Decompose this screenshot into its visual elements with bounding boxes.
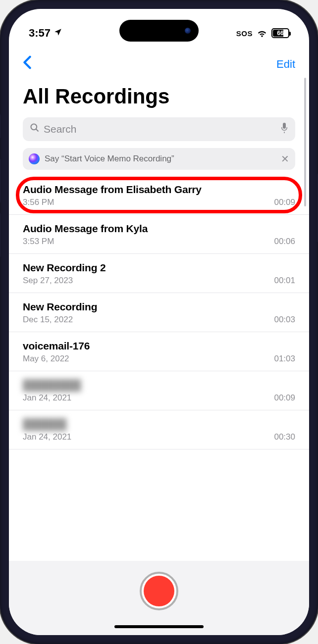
toolbar: [9, 561, 309, 635]
siri-suggestion[interactable]: Say “Start Voice Memo Recording” ✕: [23, 148, 295, 170]
recording-duration: 00:09: [274, 393, 295, 403]
search-icon: [30, 123, 40, 136]
recording-row[interactable]: New RecordingDec 15, 202200:03: [9, 293, 309, 332]
recordings-list: Audio Message from Elisabeth Garry3:56 P…: [9, 176, 309, 561]
recording-duration: 00:06: [274, 237, 295, 247]
screen: 3:57 SOS 66 Edit: [9, 9, 309, 635]
recording-row[interactable]: Audio Message from Kyla3:53 PM00:06: [9, 215, 309, 254]
battery-icon: 66: [271, 28, 289, 38]
svg-point-0: [31, 124, 37, 130]
record-icon: [144, 576, 174, 606]
back-button[interactable]: [23, 55, 32, 73]
recording-duration: 00:01: [274, 276, 295, 286]
phone-frame: 3:57 SOS 66 Edit: [0, 0, 318, 644]
dictation-icon[interactable]: [280, 123, 288, 136]
location-icon: [53, 27, 62, 40]
recording-title: Audio Message from Kyla: [23, 223, 295, 235]
recording-row[interactable]: ████████Jan 24, 202100:09: [9, 371, 309, 410]
search-placeholder: Search: [44, 123, 77, 135]
recording-row[interactable]: Audio Message from Elisabeth Garry3:56 P…: [9, 176, 309, 215]
siri-icon: [29, 153, 40, 164]
recording-row[interactable]: New Recording 2Sep 27, 202300:01: [9, 254, 309, 293]
record-button[interactable]: [140, 572, 178, 610]
recording-duration: 00:03: [274, 315, 295, 325]
recording-duration: 00:30: [274, 432, 295, 442]
svg-line-1: [36, 129, 39, 132]
recording-duration: 01:03: [274, 354, 295, 364]
nav-bar: Edit: [9, 49, 309, 78]
recording-title: Audio Message from Elisabeth Garry: [23, 184, 295, 196]
recording-title: New Recording: [23, 301, 295, 313]
recording-timestamp: Jan 24, 2021: [23, 432, 71, 442]
recording-row[interactable]: voicemail-176May 6, 202201:03: [9, 332, 309, 371]
recording-row[interactable]: ██████Jan 24, 202100:30: [9, 410, 309, 449]
recording-timestamp: May 6, 2022: [23, 354, 69, 364]
search-input[interactable]: Search: [23, 117, 295, 141]
content: All Recordings Search Say “Start Voice M…: [9, 78, 309, 561]
status-time: 3:57: [29, 27, 51, 40]
recording-title: voicemail-176: [23, 340, 295, 352]
edit-button[interactable]: Edit: [276, 58, 295, 71]
recording-timestamp: Sep 27, 2023: [23, 276, 73, 286]
siri-text: Say “Start Voice Memo Recording”: [45, 154, 174, 164]
home-indicator[interactable]: [114, 625, 204, 628]
page-title: All Recordings: [9, 78, 309, 115]
sos-indicator: SOS: [236, 29, 253, 38]
close-icon[interactable]: ✕: [281, 154, 289, 164]
recording-title: ████████: [23, 379, 295, 391]
recording-timestamp: 3:56 PM: [23, 198, 54, 207]
wifi-icon: [257, 29, 267, 38]
recording-duration: 00:09: [274, 198, 295, 207]
recording-timestamp: Jan 24, 2021: [23, 393, 71, 403]
svg-rect-2: [283, 123, 286, 129]
recording-title: New Recording 2: [23, 262, 295, 274]
recording-title: ██████: [23, 418, 295, 430]
recording-timestamp: Dec 15, 2022: [23, 315, 73, 325]
dynamic-island: [119, 20, 199, 42]
recording-timestamp: 3:53 PM: [23, 237, 54, 247]
